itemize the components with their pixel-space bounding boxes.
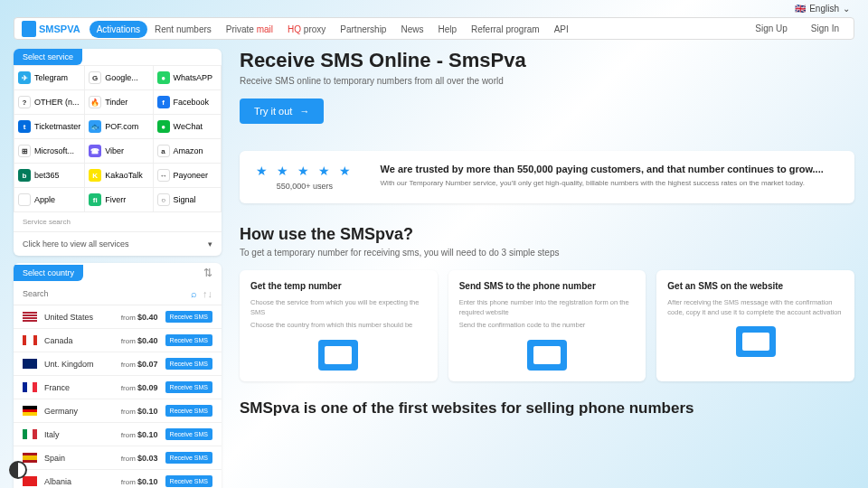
- service-signal[interactable]: ○Signal: [154, 188, 221, 211]
- nav-news[interactable]: News: [393, 21, 430, 38]
- country-row: Germanyfrom $0.10Receive SMS: [14, 399, 222, 423]
- flag-icon: [23, 359, 37, 369]
- service-ticketmaster[interactable]: tTicketmaster: [14, 115, 84, 138]
- country-price: from $0.10: [121, 477, 158, 486]
- country-name: Spain: [44, 454, 114, 463]
- service-fiverr[interactable]: fiFiverr: [85, 188, 152, 211]
- logo-icon: [22, 21, 36, 37]
- service-viber[interactable]: ☎Viber: [85, 139, 152, 163]
- country-name: Germany: [44, 407, 114, 416]
- nav-partnership[interactable]: Partnership: [333, 21, 393, 38]
- nav-hq-proxy[interactable]: HQ proxy: [280, 21, 333, 38]
- chevron-down-icon: ▾: [208, 239, 212, 249]
- language-selector[interactable]: 🇬🇧English⌄: [795, 4, 850, 14]
- arrow-right-icon: →: [299, 106, 309, 117]
- star-rating: ★ ★ ★ ★ ★: [256, 164, 354, 178]
- receive-sms-button[interactable]: Receive SMS: [165, 405, 212, 417]
- country-price: from $0.07: [121, 360, 158, 369]
- service-tab: Select service: [14, 49, 82, 65]
- service-pof-com[interactable]: 🐟POF.com: [85, 115, 152, 138]
- service-google-[interactable]: GGoogle...: [85, 66, 152, 89]
- service-amazon[interactable]: aAmazon: [154, 139, 221, 163]
- receive-sms-button[interactable]: Receive SMS: [165, 428, 212, 440]
- logo[interactable]: SMSPVA: [22, 21, 80, 37]
- country-price: from $0.10: [121, 430, 158, 439]
- flag-icon: [23, 429, 37, 439]
- theme-toggle[interactable]: [9, 461, 27, 479]
- country-price: from $0.03: [121, 454, 158, 463]
- receive-sms-button[interactable]: Receive SMS: [165, 311, 212, 323]
- how-title: How use the SMSpva?: [240, 225, 854, 244]
- step-1: Get the temp numberChoose the service fr…: [240, 270, 438, 381]
- service-kakaotalk[interactable]: KKakaoTalk: [85, 164, 152, 187]
- country-name: Unt. Kingdom: [44, 360, 114, 369]
- signup-link[interactable]: Sign Up: [748, 20, 795, 37]
- receive-sms-button[interactable]: Receive SMS: [165, 381, 212, 393]
- try-button[interactable]: Try it out→: [240, 99, 324, 124]
- service-facebook[interactable]: fFacebook: [154, 90, 221, 114]
- service-apple[interactable]: Apple: [14, 188, 84, 211]
- page-subtitle: Receive SMS online to temporary numbers …: [240, 76, 854, 86]
- chevron-down-icon: ⌄: [843, 4, 850, 14]
- service-other-n-[interactable]: ?OTHER (n...: [14, 90, 84, 114]
- step-3: Get an SMS on the websiteAfter receiving…: [656, 270, 854, 381]
- flag-icon: [23, 382, 37, 392]
- sort-icon[interactable]: ↑↓: [203, 288, 212, 299]
- country-tab: Select country: [14, 265, 83, 281]
- country-price: from $0.40: [121, 313, 158, 322]
- service-tinder[interactable]: 🔥Tinder: [85, 90, 152, 114]
- flag-icon: [23, 406, 37, 416]
- page-title: Receive SMS Online - SmsPva: [240, 49, 854, 72]
- trust-desc: With our Temporary Number service, you'l…: [381, 178, 838, 188]
- step-2: Send SMS to the phone numberEnter this p…: [448, 270, 646, 381]
- country-price: from $0.40: [121, 336, 158, 345]
- trust-box: ★ ★ ★ ★ ★ 550,000+ users We are trusted …: [240, 151, 854, 203]
- step-title: Get the temp number: [250, 281, 427, 291]
- receive-sms-button[interactable]: Receive SMS: [165, 475, 212, 487]
- country-row: Spainfrom $0.03Receive SMS: [14, 446, 222, 470]
- country-row: Italyfrom $0.10Receive SMS: [14, 423, 222, 446]
- country-name: United States: [44, 313, 114, 322]
- country-name: Albania: [44, 477, 114, 486]
- flag-icon: [23, 312, 37, 322]
- nav-activations[interactable]: Activations: [90, 21, 147, 38]
- flag-icon: [23, 453, 37, 463]
- service-search-label: Service search: [14, 212, 222, 231]
- receive-sms-button[interactable]: Receive SMS: [165, 358, 212, 370]
- country-search-input[interactable]: [23, 289, 185, 298]
- swap-icon[interactable]: ⇅: [200, 263, 222, 283]
- nav-rent-numbers[interactable]: Rent numbers: [147, 21, 219, 38]
- service-telegram[interactable]: ✈Telegram: [14, 66, 84, 89]
- nav-api[interactable]: API: [547, 21, 576, 38]
- country-row: Unt. Kingdomfrom $0.07Receive SMS: [14, 352, 222, 376]
- search-icon[interactable]: ⌕: [191, 288, 197, 299]
- country-panel: Select country ⇅ ⌕ ↑↓ United Statesfrom …: [14, 263, 222, 488]
- step-icon: [318, 340, 358, 371]
- all-services-dropdown[interactable]: Click here to view all services▾: [14, 231, 222, 256]
- main-nav: SMSPVA ActivationsRent numbersPrivate ma…: [14, 17, 854, 40]
- user-count: 550,000+ users: [256, 182, 354, 191]
- service-whatsapp[interactable]: ●WhatsAPP: [154, 66, 221, 89]
- flag-icon: [23, 335, 37, 345]
- country-row: Albaniafrom $0.10Receive SMS: [14, 470, 222, 488]
- country-row: United Statesfrom $0.40Receive SMS: [14, 305, 222, 329]
- nav-help[interactable]: Help: [430, 21, 464, 38]
- step-icon: [736, 326, 776, 357]
- service-payoneer[interactable]: ↔Payoneer: [154, 164, 221, 187]
- receive-sms-button[interactable]: Receive SMS: [165, 334, 212, 346]
- country-price: from $0.10: [121, 407, 158, 416]
- service-bet365[interactable]: bbet365: [14, 164, 84, 187]
- country-price: from $0.09: [121, 383, 158, 392]
- country-row: Canadafrom $0.40Receive SMS: [14, 329, 222, 352]
- receive-sms-button[interactable]: Receive SMS: [165, 452, 212, 464]
- nav-referral-program[interactable]: Referral program: [464, 21, 547, 38]
- bottom-title: SMSpva is one of the first websites for …: [240, 399, 854, 418]
- nav-private-mail[interactable]: Private mail: [219, 21, 280, 38]
- country-row: Francefrom $0.09Receive SMS: [14, 376, 222, 399]
- service-panel: Select service ✈TelegramGGoogle...●Whats…: [14, 49, 222, 256]
- service-wechat[interactable]: ●WeChat: [154, 115, 221, 138]
- signin-link[interactable]: Sign In: [804, 20, 846, 37]
- step-icon: [527, 340, 567, 371]
- service-microsoft-[interactable]: ⊞Microsoft...: [14, 139, 84, 163]
- country-name: Italy: [44, 430, 114, 439]
